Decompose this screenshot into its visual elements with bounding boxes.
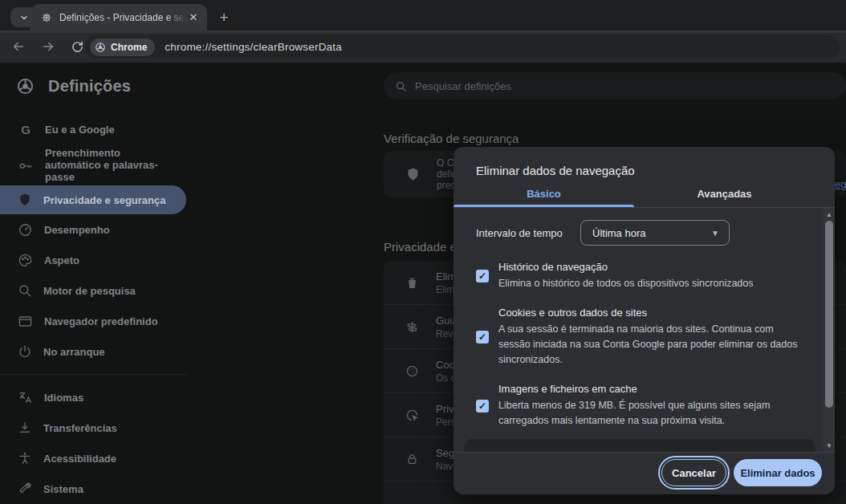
cancel-button[interactable]: Cancelar: [661, 459, 726, 486]
chrome-logo-icon: [16, 77, 35, 96]
browsing-history-checkbox[interactable]: [476, 270, 489, 282]
accessibility-icon: [18, 451, 32, 465]
sidebar-item-search-engine[interactable]: Motor de pesquisa: [0, 275, 186, 306]
address-bar[interactable]: Chrome chrome://settings/clearBrowserDat…: [85, 35, 840, 59]
checkbox-description: Elimina o histórico de todos os disposit…: [498, 276, 798, 291]
page-title: Definições: [48, 77, 131, 96]
dialog-footer: Cancelar Eliminar dados: [454, 452, 835, 493]
checkbox-row-cache: Imagens e ficheiros em cache Liberta men…: [476, 383, 798, 429]
sidebar-divider: [0, 374, 186, 375]
signpost-icon: [405, 320, 419, 334]
checkbox-row-cookies: Cookies e outros dados de sites A sua se…: [476, 307, 798, 368]
checkbox-title: Histórico de navegação: [498, 261, 798, 273]
section-privacy: Privacidade e: [384, 240, 457, 254]
checkbox-row-history: Histórico de navegação Elimina o históri…: [476, 261, 798, 291]
other-activity-link[interactable]: outras formas de atividade: [620, 451, 743, 452]
sidebar-item-appearance[interactable]: Aspeto: [0, 245, 186, 275]
wrench-icon: [18, 482, 32, 496]
time-range-label: Intervalo de tempo: [476, 227, 580, 239]
chrome-logo-icon: [95, 42, 106, 53]
lock-icon: [405, 453, 419, 466]
clear-browsing-data-dialog: Eliminar dados de navegação Básico Avanç…: [454, 147, 835, 494]
sidebar-item-languages[interactable]: Idiomas: [0, 382, 186, 413]
palette-icon: [18, 253, 33, 268]
time-range-value: Última hora: [592, 227, 645, 239]
cached-files-checkbox[interactable]: [476, 400, 489, 413]
checkbox-description: Liberta menos de 319 MB. É possível que …: [498, 398, 798, 429]
site-chip-label: Chrome: [111, 42, 147, 53]
search-history-link[interactable]: histórico de pesquisas: [506, 451, 609, 452]
power-icon: [18, 344, 32, 359]
dialog-title: Eliminar dados de navegação: [454, 147, 835, 177]
dialog-body: Intervalo de tempo Última hora ▼ Históri…: [454, 208, 835, 452]
forward-button[interactable]: [38, 36, 59, 57]
tab-advanced[interactable]: Avançadas: [634, 188, 815, 207]
url-text: chrome://settings/clearBrowserData: [165, 41, 342, 53]
browser-tab[interactable]: Definições - Privacidade e segu ✕: [31, 4, 207, 30]
settings-search-input[interactable]: Pesquisar definições: [384, 72, 846, 100]
sidebar-item-on-startup[interactable]: No arranque: [0, 336, 186, 367]
close-icon[interactable]: ✕: [186, 10, 201, 25]
trash-icon: [405, 276, 419, 290]
settings-header: Definições: [16, 77, 131, 96]
checkbox-title: Cookies e outros dados de sites: [498, 307, 798, 319]
tab-basic[interactable]: Básico: [454, 188, 634, 207]
shield-icon: [405, 167, 421, 182]
key-icon: [18, 157, 34, 173]
dialog-tabs: Básico Avançadas: [454, 188, 815, 207]
translate-icon: [18, 390, 33, 405]
background-link-fragment: egu: [835, 178, 846, 190]
sync-footnote: O histórico de pesquisas e outras formas…: [464, 439, 815, 452]
sidebar: G Eu e a Google Preenchimento automático…: [0, 114, 186, 504]
search-icon: [18, 283, 32, 298]
sidebar-item-autofill[interactable]: Preenchimento automático e palavras-pass…: [0, 144, 186, 185]
clear-data-button[interactable]: Eliminar dados: [734, 459, 822, 486]
tab-strip: Definições - Privacidade e segu ✕ +: [0, 0, 846, 30]
cookie-icon: [405, 364, 419, 378]
scroll-down-icon[interactable]: ▼: [824, 440, 835, 451]
browser-window-icon: [18, 314, 33, 329]
dialog-scrollbar[interactable]: ▲ ▼: [824, 208, 835, 452]
checkbox-title: Imagens e ficheiros em cache: [498, 383, 798, 395]
sidebar-item-downloads[interactable]: Transferências: [0, 413, 186, 443]
checkbox-description: A sua sessão é terminada na maioria dos …: [498, 322, 798, 368]
scrollbar-thumb[interactable]: [825, 221, 833, 408]
tab-title: Definições - Privacidade e segu: [59, 12, 186, 23]
time-range-row: Intervalo de tempo Última hora ▼: [476, 220, 798, 246]
sidebar-item-performance[interactable]: Desempenho: [0, 214, 186, 245]
shield-icon: [18, 193, 32, 207]
chevron-down-icon: [19, 13, 29, 22]
cookies-checkbox[interactable]: [476, 331, 489, 343]
speedometer-icon: [18, 222, 33, 238]
section-security-check: Verificação de segurança: [384, 132, 519, 145]
sidebar-item-eu-e-a-google[interactable]: G Eu e a Google: [0, 114, 186, 144]
sidebar-item-privacy-security[interactable]: Privacidade e segurança: [0, 185, 186, 214]
ads-click-icon: [405, 408, 419, 422]
chevron-down-icon: ▼: [711, 229, 719, 238]
sidebar-item-default-browser[interactable]: Navegador predefinido: [0, 306, 186, 336]
new-tab-button[interactable]: +: [214, 7, 234, 28]
time-range-select[interactable]: Última hora ▼: [580, 220, 730, 246]
scroll-up-icon[interactable]: ▲: [824, 209, 835, 220]
sidebar-item-system[interactable]: Sistema: [0, 474, 186, 504]
google-g-icon: G: [18, 123, 34, 136]
search-placeholder: Pesquisar definições: [415, 80, 511, 92]
back-button[interactable]: [8, 36, 29, 57]
search-icon: [395, 80, 407, 92]
download-icon: [18, 421, 32, 435]
site-chip[interactable]: Chrome: [90, 39, 155, 56]
sidebar-item-accessibility[interactable]: Acessibilidade: [0, 443, 186, 474]
gear-icon: [41, 12, 52, 23]
